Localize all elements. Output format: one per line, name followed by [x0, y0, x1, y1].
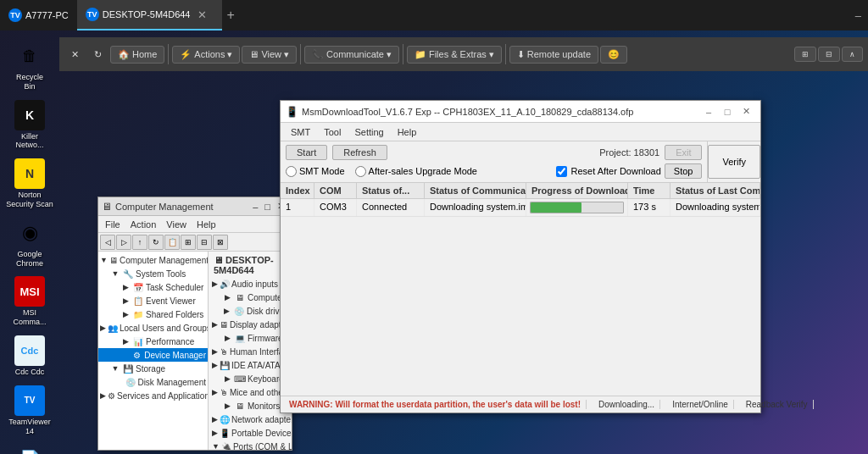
files-extras-button[interactable]: 📁 Files & Extras ▾ — [407, 46, 502, 64]
cm-keyboards-expand[interactable]: ▶ — [222, 374, 232, 383]
reset-after-download-checkbox[interactable] — [556, 166, 567, 177]
msm-minimize-btn[interactable]: – — [699, 102, 718, 121]
table-row[interactable]: 1 COM3 Connected Downloading system.img … — [281, 199, 760, 217]
tab-close-button[interactable]: ✕ — [191, 8, 214, 21]
cm-device-ports[interactable]: ▼ 🔌 Ports (COM & L... — [210, 440, 290, 450]
cm-action-btn1[interactable]: ⊞ — [181, 235, 196, 250]
msm-after-sales-radio[interactable]: After-sales Upgrade Mode — [355, 166, 477, 177]
cm-performance-expand[interactable]: ▶ — [120, 337, 131, 346]
emoji-button[interactable]: 😊 — [600, 46, 627, 64]
cm-maximize-btn[interactable]: □ — [261, 202, 274, 212]
cm-forward-btn[interactable]: ▷ — [116, 235, 131, 250]
msm-start-btn[interactable]: Start — [286, 145, 327, 160]
taskbar-tab-a7777pc[interactable]: TV A7777-PC — [0, 0, 77, 30]
cm-shared-folders-expand[interactable]: ▶ — [120, 310, 131, 318]
cm-expand-icon[interactable]: ▼ — [100, 256, 108, 264]
icon-norton[interactable]: N NortonSecurity Scan — [3, 155, 57, 213]
icon-chrome1[interactable]: ◉ GoogleChrome — [3, 214, 57, 272]
cm-minimize-btn[interactable]: – — [249, 202, 261, 212]
cm-device-audio[interactable]: ▶ 🔊 Audio inputs and... — [210, 277, 290, 291]
grid-btn-2[interactable]: ⊟ — [818, 47, 840, 62]
cm-up-btn[interactable]: ↑ — [132, 235, 147, 250]
add-tab-button[interactable]: + — [222, 8, 240, 23]
cm-node-task-scheduler[interactable]: ▶ 📅 Task Scheduler — [98, 280, 208, 294]
cm-device-disk[interactable]: ▶ 💿 Disk drives — [210, 304, 290, 318]
msm-menu-setting[interactable]: Setting — [348, 125, 390, 139]
taskbar-tab-desktop[interactable]: TV DESKTOP-5M4D644 ✕ — [77, 0, 222, 30]
icon-cdc[interactable]: Cdc Cdc Cdc — [3, 332, 57, 380]
cm-display-expand[interactable]: ▶ — [212, 320, 218, 329]
cm-portable-expand[interactable]: ▶ — [212, 429, 218, 437]
cm-disk-expand[interactable]: ▶ — [222, 307, 232, 315]
cm-device-hid[interactable]: ▶ 🖱 Human Interface... — [210, 345, 290, 358]
cm-node-computer-mgmt[interactable]: ▼ 🖥 Computer Management (Loca — [98, 253, 208, 267]
icon-teamviewer[interactable]: TV TeamViewer14 — [3, 382, 57, 440]
smt-mode-input[interactable] — [286, 166, 297, 177]
cm-node-event-viewer[interactable]: ▶ 📋 Event Viewer — [98, 294, 208, 307]
cm-menu-action[interactable]: Action — [125, 219, 162, 230]
cm-node-shared-folders[interactable]: ▶ 📁 Shared Folders — [98, 307, 208, 321]
cm-node-disk-management[interactable]: 💿 Disk Management — [98, 375, 208, 389]
icon-google-docs[interactable]: 📄 Google Docs — [3, 440, 57, 454]
cm-hid-expand[interactable]: ▶ — [212, 347, 218, 356]
cm-system-tools-expand[interactable]: ▼ — [110, 269, 120, 278]
cm-audio-expand[interactable]: ▶ — [212, 280, 218, 288]
communicate-button[interactable]: 📞 Communicate ▾ — [304, 46, 399, 64]
msm-restore-btn[interactable]: □ — [718, 102, 737, 121]
msm-smt-mode-radio[interactable]: SMT Mode — [286, 166, 345, 177]
icon-recycle-bin[interactable]: 🗑 RecycleBin — [3, 37, 57, 95]
cm-firmware-expand[interactable]: ▶ — [222, 334, 232, 342]
cm-task-scheduler-expand[interactable]: ▶ — [120, 283, 131, 291]
cm-device-ide[interactable]: ▶ 💾 IDE ATA/ATAPI c... — [210, 358, 290, 372]
msm-exit-btn[interactable]: Exit — [665, 145, 702, 160]
cm-ports-expand[interactable]: ▼ — [212, 442, 220, 450]
view-button[interactable]: 🖥 View ▾ — [242, 46, 297, 64]
cm-refresh-btn[interactable]: ↻ — [148, 235, 164, 250]
cm-device-network[interactable]: ▶ 🌐 Network adapte... — [210, 412, 290, 426]
cm-node-performance[interactable]: ▶ 📊 Performance — [98, 335, 208, 348]
cm-node-local-users[interactable]: ▶ 👥 Local Users and Groups — [98, 321, 208, 335]
cm-node-services[interactable]: ▶ ⚙ Services and Applications — [98, 389, 208, 402]
cm-menu-file[interactable]: File — [100, 219, 125, 230]
msm-menu-smt[interactable]: SMT — [284, 125, 317, 139]
after-sales-input[interactable] — [355, 166, 366, 177]
refresh-button[interactable]: ↻ — [87, 47, 108, 63]
cm-device-mice[interactable]: ▶ 🖱 Mice and other p... — [210, 385, 290, 399]
cm-event-viewer-expand[interactable]: ▶ — [120, 296, 131, 305]
cm-computer-expand[interactable]: ▶ — [222, 293, 232, 302]
minimize-button[interactable]: – — [855, 9, 868, 22]
cm-device-firmware[interactable]: ▶ 💻 Firmware — [210, 331, 290, 345]
grid-btn-1[interactable]: ⊞ — [794, 47, 816, 62]
msm-close-btn[interactable]: ✕ — [737, 102, 755, 121]
msm-refresh-btn[interactable]: Refresh — [332, 145, 387, 160]
cm-storage-expand[interactable]: ▼ — [110, 364, 120, 373]
cm-device-display[interactable]: ▶ 🖥 Display adapters — [210, 318, 290, 331]
remote-update-button[interactable]: ⬇ Remote update — [509, 46, 598, 64]
cm-local-users-expand[interactable]: ▶ — [100, 324, 106, 332]
cm-device-monitors[interactable]: ▶ 🖥 Monitors — [210, 399, 290, 412]
cm-ide-expand[interactable]: ▶ — [212, 361, 218, 369]
actions-button[interactable]: ⚡ Actions ▾ — [172, 46, 240, 64]
msm-menu-tool[interactable]: Tool — [317, 125, 348, 139]
cm-node-device-manager[interactable]: ⚙ Device Manager — [98, 348, 208, 362]
cm-device-portable[interactable]: ▶ 📱 Portable Devices — [210, 426, 290, 440]
cm-monitors-expand[interactable]: ▶ — [222, 401, 232, 410]
msm-stop-btn[interactable]: Stop — [665, 163, 703, 179]
cm-properties-btn[interactable]: 📋 — [164, 235, 180, 250]
cm-back-btn[interactable]: ◁ — [100, 235, 115, 250]
msm-menu-help[interactable]: Help — [391, 125, 424, 139]
chevron-up-button[interactable]: ∧ — [842, 47, 863, 62]
cm-menu-help[interactable]: Help — [192, 219, 221, 230]
cm-menu-view[interactable]: View — [161, 219, 192, 230]
msm-verify-btn[interactable]: Verify — [708, 145, 760, 179]
close-button[interactable]: ✕ — [64, 47, 86, 63]
cm-action-btn2[interactable]: ⊟ — [197, 235, 212, 250]
cm-device-computer[interactable]: ▶ 🖥 Computer — [210, 291, 290, 304]
cm-network-expand[interactable]: ▶ — [212, 415, 218, 424]
cm-services-expand[interactable]: ▶ — [100, 391, 106, 400]
cm-action-btn3[interactable]: ⊠ — [213, 235, 228, 250]
home-button[interactable]: 🏠 Home — [110, 46, 164, 64]
icon-killer-network[interactable]: K KillerNetwo... — [3, 97, 57, 154]
cm-mice-expand[interactable]: ▶ — [212, 388, 218, 396]
icon-msi-comma[interactable]: MSI MSIComma... — [3, 273, 57, 330]
